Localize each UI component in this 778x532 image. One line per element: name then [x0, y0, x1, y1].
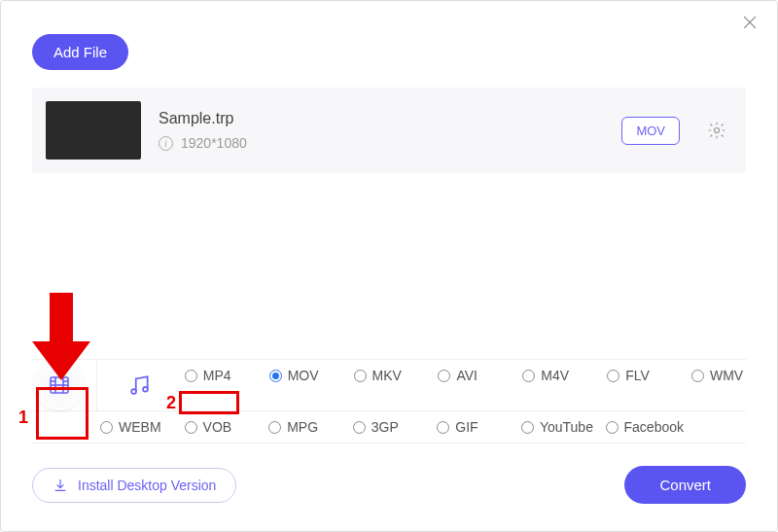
radio-icon: [437, 421, 449, 434]
output-format-tag[interactable]: MOV: [621, 117, 680, 145]
format-option-3gp[interactable]: 3GP: [349, 411, 434, 443]
format-option-vob[interactable]: VOB: [181, 411, 265, 443]
format-option-gif[interactable]: GIF: [433, 411, 517, 443]
radio-icon: [269, 370, 282, 382]
radio-icon: [522, 370, 535, 382]
radio-icon: [438, 370, 450, 382]
format-option-m4v[interactable]: M4V: [518, 360, 603, 391]
file-name: Sample.trp: [159, 110, 604, 127]
video-formats-tab[interactable]: [34, 360, 85, 410]
format-option-label: YouTube: [540, 419, 593, 435]
annotation-number-1: 1: [18, 408, 28, 428]
file-card: Sample.trp i 1920*1080 MOV: [32, 88, 746, 173]
format-option-label: GIF: [455, 419, 477, 435]
radio-icon: [100, 421, 113, 434]
format-option-label: MOV: [288, 368, 319, 383]
video-thumbnail[interactable]: [46, 101, 141, 160]
format-option-youtube[interactable]: YouTube: [517, 411, 602, 443]
format-option-flv[interactable]: FLV: [603, 360, 688, 391]
music-icon: [126, 372, 152, 398]
install-desktop-label: Install Desktop Version: [78, 478, 216, 493]
audio-formats-tab[interactable]: [96, 360, 181, 410]
format-option-label: 3GP: [371, 419, 399, 435]
format-option-label: AVI: [456, 368, 477, 383]
svg-point-9: [131, 389, 136, 394]
svg-point-10: [143, 387, 148, 392]
radio-icon: [353, 421, 366, 434]
format-panel: MP4MOVMKVAVIM4VFLVWMV WEBMVOBMPG3GPGIFYo…: [32, 359, 746, 443]
format-option-mpg[interactable]: MPG: [265, 411, 349, 443]
radio-icon: [691, 370, 704, 382]
format-option-label: Facebook: [624, 419, 684, 435]
format-option-label: M4V: [541, 368, 569, 383]
format-option-webm[interactable]: WEBM: [96, 411, 181, 443]
file-resolution: 1920*1080: [181, 135, 247, 151]
radio-icon: [185, 370, 197, 382]
svg-point-0: [715, 128, 720, 133]
add-file-button[interactable]: Add File: [32, 34, 128, 70]
format-option-label: WMV: [710, 368, 743, 383]
format-option-label: FLV: [625, 368, 650, 383]
format-option-label: MP4: [203, 368, 231, 383]
radio-icon: [354, 370, 367, 382]
radio-icon: [606, 421, 619, 434]
gear-icon: [707, 121, 726, 140]
radio-icon: [521, 421, 534, 434]
radio-icon: [607, 370, 619, 382]
bottom-bar: Install Desktop Version Convert: [32, 466, 746, 504]
close-button[interactable]: [740, 13, 760, 36]
format-option-label: MPG: [287, 419, 318, 435]
settings-button[interactable]: [707, 121, 726, 140]
radio-icon: [185, 421, 197, 434]
close-icon: [740, 13, 760, 32]
install-desktop-button[interactable]: Install Desktop Version: [32, 468, 236, 503]
format-option-facebook[interactable]: Facebook: [602, 411, 688, 443]
format-option-avi[interactable]: AVI: [434, 360, 518, 391]
download-icon: [53, 478, 68, 493]
convert-button[interactable]: Convert: [624, 466, 746, 504]
format-option-mov[interactable]: MOV: [265, 360, 350, 391]
format-option-label: MKV: [372, 368, 402, 383]
format-option-wmv[interactable]: WMV: [688, 360, 746, 391]
format-option-label: VOB: [203, 419, 232, 435]
format-option-mp4[interactable]: MP4: [181, 360, 265, 391]
radio-icon: [268, 421, 281, 434]
format-option-label: WEBM: [119, 419, 161, 435]
info-icon[interactable]: i: [159, 136, 173, 151]
format-option-mkv[interactable]: MKV: [350, 360, 435, 391]
film-icon: [48, 373, 71, 397]
